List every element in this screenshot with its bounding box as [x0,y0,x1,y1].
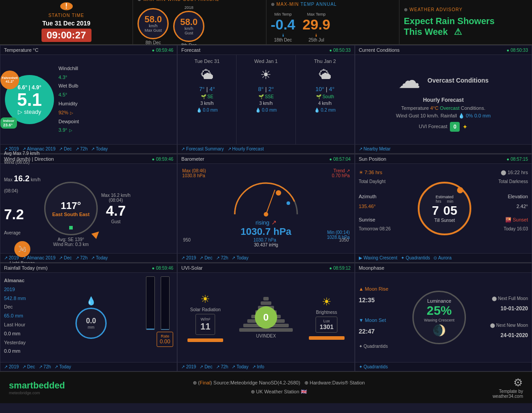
baro-link-2019[interactable]: ↗ 2019 [181,255,196,260]
svg-point-2 [276,190,281,196]
moon-circle: Luminance 25% Waxing Crescent 🌒 [412,291,466,344]
moon-right: ⬤ Next Full Moon 10-01-2020 ⬤ Next New M… [490,294,528,341]
lux-label: Lux [320,319,333,323]
rain-link-dec[interactable]: ↗ Dec [22,364,35,369]
rate-box: Rate 0.00 [157,332,173,347]
baro-link-dec[interactable]: ↗ Dec [200,255,212,260]
rain-droplet-icon: 💧 [86,296,96,306]
sun-time: 08:57:15 [507,157,528,162]
conditions-panel: Current Conditions 08:50:33 ☁ Overcast C… [355,45,532,154]
wind-label: ⊕ MAX-MIN WIND GUST ANNUAL [137,0,261,2]
footer-source: Source:Meteobridge NanoSD(4.2-2680) [213,380,300,385]
baro-link-today[interactable]: ↗ Today [232,255,248,260]
forecast-date-1: Wed Jan 1 [254,58,278,64]
lux-box: Lux 1301 [316,317,337,333]
rain-bar-outer-1 [161,276,170,330]
baro-link-72h[interactable]: ↗ 72h [216,255,228,260]
brand-name: smartbedded [9,380,65,391]
brightness-bar [309,336,345,340]
uvi-title: UVI-Solar [181,265,203,271]
rain-link-72h[interactable]: ↗ 72h [39,364,51,369]
temperature-header: Temperature °C 08:59:46 [0,46,177,55]
brightness-icon: ☀ [322,296,332,308]
uvi-link-info[interactable]: ↗ Info [252,364,264,369]
baro-trend: Trend ↗ 0.70 hPa [332,168,350,178]
rainfall-gauge: 💧 0.0 mm [43,276,139,359]
forecast-link-summary[interactable]: ↗ Forecast Summary [181,146,224,151]
sun-link-quadrantids[interactable]: ✦ Quadrantids [401,255,430,260]
forecast-footer[interactable]: ↗ Forecast Summary ↗ Hourly Forecast [178,144,354,153]
indoor-badge: Indoor 23.6° [0,117,17,129]
sun-body: ☀ 7:36 hrs Total Daylight Azimuth 135.46… [355,164,532,253]
uvi-pyramid: 0 UVINDEX [239,286,293,349]
uvi-time: 08:59:12 [329,266,351,271]
sun-link-aurora[interactable]: ⊙ Aurora [433,255,451,260]
wind-link-dec[interactable]: ↗ Dec [59,255,72,260]
wind-link-2019[interactable]: ↗ 2019 [4,255,19,260]
barometer-title: Barometer [181,156,204,162]
uvi-link-72h[interactable]: ↗ 72h [216,364,228,369]
sun-link-waxing[interactable]: ▶ Waxing Crescent [359,255,398,260]
temperature-panel: Temperature °C 08:59:46 Fahrenheit 41.2°… [0,45,177,154]
solar-bar [187,338,223,342]
top-bar: ! STATION TIME Tue 31 Dec 2019 09:00:27 … [0,0,532,45]
temp-main: 5.1 [17,91,42,108]
forecast-icon-2: 🌥 [319,67,331,82]
temp-link-72h[interactable]: ↗ 72h [75,146,87,151]
advisory-section: ⊕ WEATHER ADVISORY Expect Rain Showers T… [399,0,532,44]
sun-footer[interactable]: ▶ Waxing Crescent ✦ Quadrantids ⊙ Aurora [355,253,532,262]
compass-ring: 117° East South East [44,182,98,235]
solar-value-box: W/m² 11 [195,314,215,335]
forecast-day-0: Tue Dec 31 🌥 7° | 4° 🌱 SE 3 km/h 💧 0.0 m… [178,55,237,144]
uvi-forecast-badge: 0 [450,122,460,132]
solar-label: Solar Radiation [190,307,220,312]
row1: Temperature °C 08:59:46 Fahrenheit 41.2°… [0,45,532,154]
sun-left: ☀ 7:36 hrs Total Daylight Azimuth 135.46… [359,167,391,250]
conditions-footer[interactable]: ↗ Nearby Metar [355,144,532,153]
temp-label: ⊕ MAX-MIN TEMP ANNUAL [271,2,395,7]
conditions-link-metar[interactable]: ↗ Nearby Metar [359,146,391,151]
uvi-panel: UVI-Solar 08:59:12 ☀ Solar Radiation W/m… [177,263,354,371]
rain-link-2019[interactable]: ↗ 2019 [4,364,19,369]
advisory-label: ⊕ WEATHER ADVISORY [404,7,463,12]
uvi-body: ☀ Solar Radiation W/m² 11 [178,273,354,362]
baro-value: 1030.7 hPa [241,226,291,238]
wind-2018-gauge: 58.0 km/h Gust [173,11,204,42]
wind-body: Avg Max 7.9 km/h Wind (08:05) Max 16.2 k… [0,164,177,253]
uvi-link-today[interactable]: ↗ Today [232,364,248,369]
wind-link-today[interactable]: ↗ Today [91,255,108,260]
moon-crescent-icon: 🌒 [432,324,446,337]
moon-link-quadrantids[interactable]: ✦ Quadrantids [359,364,388,369]
light-breeze-icon: 🌬 [14,241,30,257]
uvi-link-2019[interactable]: ↗ 2019 [181,364,196,369]
barometer-footer[interactable]: ↗ 2019 ↗ Dec ↗ 72h ↗ Today [178,253,354,262]
baro-scale: 950 1030.7 hPa 1050 [181,238,350,242]
rainfall-left: Almanac 2019 542.8 mm Dec 65.0 mm Last H… [4,276,40,359]
temp-link-today[interactable]: ↗ Today [91,146,108,151]
temperature-body: Fahrenheit 41.2° Indoor 23.6° 6.6° | 4.9… [0,55,177,144]
row3: Rainfall Today (mm) 08:59:46 Almanac 201… [0,263,532,371]
forecast-temps-2: 10° | 4° [316,86,335,92]
uvi-footer[interactable]: ↗ 2019 ↗ Dec ↗ 72h ↗ Today ↗ Info [178,362,354,371]
alert-icon: ! [60,2,73,10]
forecast-link-hourly[interactable]: ↗ Hourly Forecast [228,146,264,151]
baro-min: Min (00:14) 1028.8 hPa [327,230,349,240]
rain-bar-0 [146,276,155,359]
temperature-details: Windchill 4.3° Wet Bulb 4.5° Humidity 92… [58,64,79,135]
baro-gauge [230,179,302,214]
wind-link-72h[interactable]: ↗ 72h [75,255,87,260]
svg-line-0 [266,190,275,214]
moon-footer[interactable]: ✦ Quadrantids [355,362,532,371]
rainfall-footer[interactable]: ↗ 2019 ↗ Dec ↗ 72h ↗ Today [0,362,177,371]
footer-final-link[interactable]: Final [200,380,211,385]
footer-station: UK Weather Station [256,389,299,394]
footer-info: ⊕ (Final) Source:Meteobridge NanoSD(4.2-… [74,379,484,396]
rain-link-today[interactable]: ↗ Today [54,364,71,369]
svg-point-3 [287,201,290,205]
temp-link-dec[interactable]: ↗ Dec [59,146,72,151]
forecast-wind-0: 🌱 SE [201,94,213,99]
uvi-link-dec[interactable]: ↗ Dec [200,364,212,369]
forecast-body: Tue Dec 31 🌥 7° | 4° 🌱 SE 3 km/h 💧 0.0 m… [178,55,354,144]
wind-link-almanac[interactable]: ↗ Almanac 2019 [22,255,55,260]
station-time-section: ! STATION TIME Tue 31 Dec 2019 09:00:27 [0,0,133,44]
